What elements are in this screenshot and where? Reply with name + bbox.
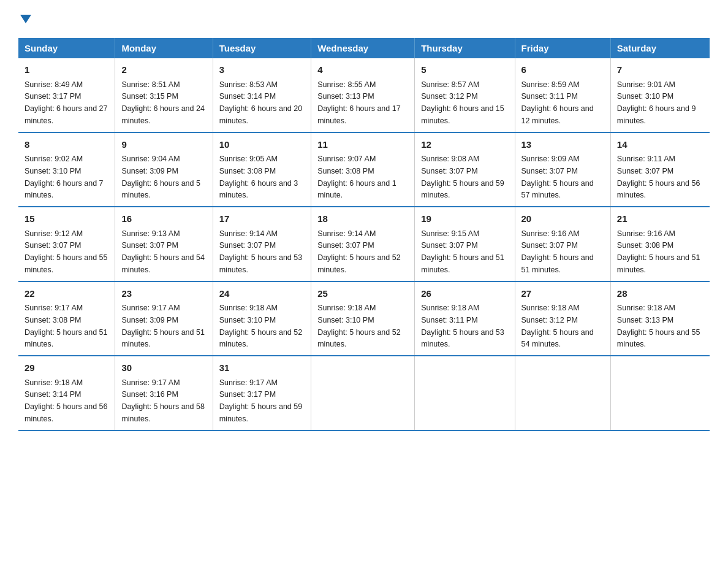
header-tuesday: Tuesday: [213, 38, 311, 58]
day-number: 16: [121, 212, 206, 226]
calendar-cell: 11 Sunrise: 9:07 AMSunset: 3:08 PMDaylig…: [311, 132, 415, 207]
calendar-cell: 31 Sunrise: 9:17 AMSunset: 3:17 PMDaylig…: [213, 356, 311, 431]
day-number: 13: [521, 138, 604, 152]
day-number: 23: [121, 287, 206, 301]
calendar-cell: 17 Sunrise: 9:14 AMSunset: 3:07 PMDaylig…: [213, 207, 311, 282]
header-monday: Monday: [115, 38, 213, 58]
calendar-cell: 18 Sunrise: 9:14 AMSunset: 3:07 PMDaylig…: [311, 207, 415, 282]
day-number: 21: [617, 212, 703, 226]
day-number: 5: [421, 63, 508, 77]
day-number: 30: [121, 361, 206, 375]
day-info: Sunrise: 9:02 AMSunset: 3:10 PMDaylight:…: [25, 155, 104, 199]
day-number: 22: [25, 287, 108, 301]
day-info: Sunrise: 8:57 AMSunset: 3:12 PMDaylight:…: [421, 80, 504, 125]
day-number: 20: [521, 212, 604, 226]
week-row-3: 15 Sunrise: 9:12 AMSunset: 3:07 PMDaylig…: [18, 207, 710, 282]
calendar-cell: 16 Sunrise: 9:13 AMSunset: 3:07 PMDaylig…: [115, 207, 213, 282]
day-info: Sunrise: 9:17 AMSunset: 3:09 PMDaylight:…: [121, 304, 205, 348]
calendar-cell: 3 Sunrise: 8:53 AMSunset: 3:14 PMDayligh…: [213, 58, 311, 132]
calendar-cell: 30 Sunrise: 9:17 AMSunset: 3:16 PMDaylig…: [115, 356, 213, 431]
calendar-cell: 6 Sunrise: 8:59 AMSunset: 3:11 PMDayligh…: [515, 58, 610, 132]
header-wednesday: Wednesday: [311, 38, 415, 58]
calendar-cell: 22 Sunrise: 9:17 AMSunset: 3:08 PMDaylig…: [18, 282, 115, 356]
day-number: 27: [521, 287, 604, 301]
day-number: 14: [617, 138, 703, 152]
day-info: Sunrise: 9:01 AMSunset: 3:10 PMDaylight:…: [617, 80, 696, 125]
calendar-cell: 28 Sunrise: 9:18 AMSunset: 3:13 PMDaylig…: [610, 282, 710, 356]
day-number: 29: [25, 361, 108, 375]
calendar-cell: 2 Sunrise: 8:51 AMSunset: 3:15 PMDayligh…: [115, 58, 213, 132]
day-number: 28: [617, 287, 703, 301]
calendar-cell: 1 Sunrise: 8:49 AMSunset: 3:17 PMDayligh…: [18, 58, 115, 132]
week-row-1: 1 Sunrise: 8:49 AMSunset: 3:17 PMDayligh…: [18, 58, 710, 132]
day-info: Sunrise: 8:55 AMSunset: 3:13 PMDaylight:…: [317, 80, 401, 125]
calendar-cell: 27 Sunrise: 9:18 AMSunset: 3:12 PMDaylig…: [515, 282, 610, 356]
calendar-cell: 19 Sunrise: 9:15 AMSunset: 3:07 PMDaylig…: [415, 207, 515, 282]
day-info: Sunrise: 9:16 AMSunset: 3:08 PMDaylight:…: [617, 229, 700, 274]
week-row-4: 22 Sunrise: 9:17 AMSunset: 3:08 PMDaylig…: [18, 282, 710, 356]
calendar-cell: 29 Sunrise: 9:18 AMSunset: 3:14 PMDaylig…: [18, 356, 115, 431]
calendar-cell: 25 Sunrise: 9:18 AMSunset: 3:10 PMDaylig…: [311, 282, 415, 356]
day-number: 3: [219, 63, 305, 77]
calendar-cell: [515, 356, 610, 431]
day-number: 25: [317, 287, 408, 301]
day-info: Sunrise: 9:17 AMSunset: 3:16 PMDaylight:…: [121, 378, 205, 423]
day-number: 26: [421, 287, 508, 301]
day-info: Sunrise: 9:17 AMSunset: 3:17 PMDaylight:…: [219, 378, 303, 423]
day-number: 11: [317, 138, 408, 152]
calendar-cell: [610, 356, 710, 431]
calendar-cell: 8 Sunrise: 9:02 AMSunset: 3:10 PMDayligh…: [18, 132, 115, 207]
day-info: Sunrise: 9:11 AMSunset: 3:07 PMDaylight:…: [617, 155, 700, 199]
day-info: Sunrise: 9:18 AMSunset: 3:11 PMDaylight:…: [421, 304, 504, 348]
calendar-cell: 5 Sunrise: 8:57 AMSunset: 3:12 PMDayligh…: [415, 58, 515, 132]
day-info: Sunrise: 9:05 AMSunset: 3:08 PMDaylight:…: [219, 155, 298, 199]
day-info: Sunrise: 8:49 AMSunset: 3:17 PMDaylight:…: [25, 80, 108, 125]
day-number: 18: [317, 212, 408, 226]
page-header: [18, 12, 710, 26]
day-info: Sunrise: 9:17 AMSunset: 3:08 PMDaylight:…: [25, 304, 108, 348]
day-info: Sunrise: 9:15 AMSunset: 3:07 PMDaylight:…: [421, 229, 504, 274]
calendar-cell: [415, 356, 515, 431]
header-saturday: Saturday: [610, 38, 710, 58]
day-number: 12: [421, 138, 508, 152]
day-number: 1: [25, 63, 108, 77]
day-number: 24: [219, 287, 305, 301]
calendar-table: SundayMondayTuesdayWednesdayThursdayFrid…: [18, 38, 710, 431]
calendar-cell: 13 Sunrise: 9:09 AMSunset: 3:07 PMDaylig…: [515, 132, 610, 207]
calendar-cell: 14 Sunrise: 9:11 AMSunset: 3:07 PMDaylig…: [610, 132, 710, 207]
calendar-cell: 12 Sunrise: 9:08 AMSunset: 3:07 PMDaylig…: [415, 132, 515, 207]
calendar-header-row: SundayMondayTuesdayWednesdayThursdayFrid…: [18, 38, 710, 58]
calendar-cell: 24 Sunrise: 9:18 AMSunset: 3:10 PMDaylig…: [213, 282, 311, 356]
day-info: Sunrise: 9:04 AMSunset: 3:09 PMDaylight:…: [121, 155, 200, 199]
calendar-cell: 9 Sunrise: 9:04 AMSunset: 3:09 PMDayligh…: [115, 132, 213, 207]
day-number: 19: [421, 212, 508, 226]
header-thursday: Thursday: [415, 38, 515, 58]
day-number: 6: [521, 63, 604, 77]
calendar-cell: 23 Sunrise: 9:17 AMSunset: 3:09 PMDaylig…: [115, 282, 213, 356]
day-info: Sunrise: 9:18 AMSunset: 3:12 PMDaylight:…: [521, 304, 594, 348]
day-number: 15: [25, 212, 108, 226]
day-number: 2: [121, 63, 206, 77]
day-info: Sunrise: 9:18 AMSunset: 3:13 PMDaylight:…: [617, 304, 700, 348]
day-number: 4: [317, 63, 408, 77]
svg-marker-0: [20, 15, 31, 23]
day-info: Sunrise: 9:16 AMSunset: 3:07 PMDaylight:…: [521, 229, 594, 274]
day-number: 17: [219, 212, 305, 226]
logo: [18, 12, 31, 26]
calendar-cell: 15 Sunrise: 9:12 AMSunset: 3:07 PMDaylig…: [18, 207, 115, 282]
day-info: Sunrise: 9:08 AMSunset: 3:07 PMDaylight:…: [421, 155, 504, 199]
calendar-cell: [311, 356, 415, 431]
day-number: 9: [121, 138, 206, 152]
day-info: Sunrise: 9:18 AMSunset: 3:10 PMDaylight:…: [317, 304, 401, 348]
calendar-cell: 10 Sunrise: 9:05 AMSunset: 3:08 PMDaylig…: [213, 132, 311, 207]
day-info: Sunrise: 9:18 AMSunset: 3:10 PMDaylight:…: [219, 304, 303, 348]
calendar-cell: 20 Sunrise: 9:16 AMSunset: 3:07 PMDaylig…: [515, 207, 610, 282]
calendar-cell: 21 Sunrise: 9:16 AMSunset: 3:08 PMDaylig…: [610, 207, 710, 282]
calendar-cell: 7 Sunrise: 9:01 AMSunset: 3:10 PMDayligh…: [610, 58, 710, 132]
calendar-cell: 4 Sunrise: 8:55 AMSunset: 3:13 PMDayligh…: [311, 58, 415, 132]
day-number: 10: [219, 138, 305, 152]
day-info: Sunrise: 9:07 AMSunset: 3:08 PMDaylight:…: [317, 155, 396, 199]
day-number: 31: [219, 361, 305, 375]
day-info: Sunrise: 9:18 AMSunset: 3:14 PMDaylight:…: [25, 378, 108, 423]
day-info: Sunrise: 9:13 AMSunset: 3:07 PMDaylight:…: [121, 229, 205, 274]
